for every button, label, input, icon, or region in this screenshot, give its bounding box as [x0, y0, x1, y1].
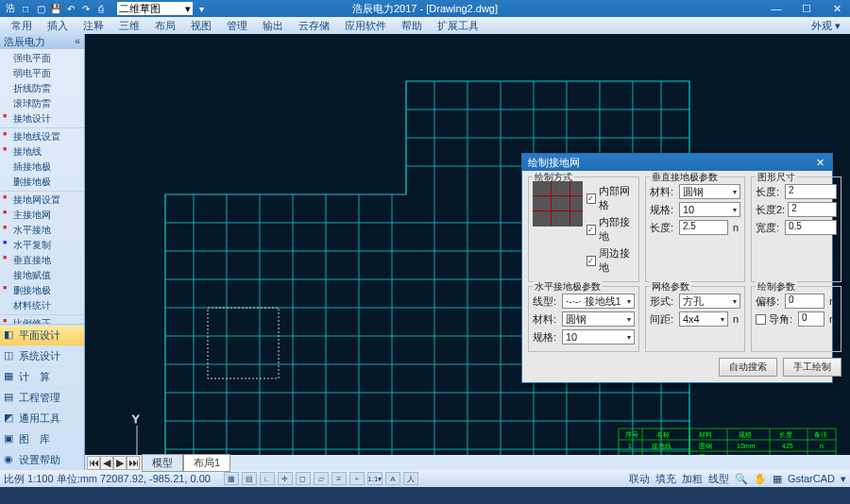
sidebar-item[interactable]: 接地线设置	[0, 129, 84, 144]
more-icon[interactable]: ▾	[195, 2, 208, 15]
chk-perimeter[interactable]: ✓	[586, 256, 596, 266]
tab-first-icon[interactable]: ⏮	[87, 456, 100, 470]
dialog-close-button[interactable]: ✕	[813, 157, 826, 169]
input-v-length[interactable]: 2.5	[679, 220, 728, 235]
otrack-icon[interactable]: ▱	[314, 472, 329, 485]
app-icon[interactable]: 浩	[4, 2, 17, 15]
chk-chamfer[interactable]	[756, 314, 766, 325]
grid-icon[interactable]: ▤	[242, 472, 257, 485]
tab-next-icon[interactable]: ▶	[113, 456, 127, 470]
sidebar-item[interactable]: 主接地网	[0, 208, 84, 223]
sidebar-item[interactable]: 删接地极	[0, 283, 84, 298]
sidebar-item[interactable]: 滚球防雷	[0, 96, 84, 111]
maximize-button[interactable]: ☐	[797, 3, 816, 15]
nav-settings-help[interactable]: ◉设置帮助	[0, 449, 84, 470]
polar-icon[interactable]: ✛	[278, 472, 293, 485]
input-offset[interactable]: 0	[785, 294, 824, 309]
input-size-len2[interactable]: 2	[788, 202, 837, 217]
tab-layout1[interactable]: 布局1	[183, 454, 230, 472]
menu-cloud[interactable]: 云存储	[291, 19, 337, 33]
undo-icon[interactable]: ↶	[64, 2, 77, 15]
chk-inner-ground[interactable]: ✓	[586, 225, 596, 235]
sidebar-collapse-icon[interactable]: «	[75, 35, 80, 48]
sidebar-item[interactable]: 接地赋值	[0, 268, 84, 283]
sidebar-tree[interactable]: 强电平面 弱电平面 折线防雷 滚球防雷 接地设计 接地线设置 接地线 插接地极 …	[0, 49, 84, 324]
save-icon[interactable]: 💾	[49, 2, 62, 15]
open-icon[interactable]: ▢	[34, 2, 47, 15]
grid-preview[interactable]	[533, 181, 583, 227]
lweight-icon[interactable]: ≡	[332, 472, 347, 485]
auto-search-button[interactable]: 自动搜索	[719, 358, 777, 377]
print-icon[interactable]: ⎙	[94, 2, 108, 15]
dyn-icon[interactable]: +	[349, 472, 365, 485]
menu-3d[interactable]: 三维	[111, 19, 147, 33]
pan-icon[interactable]: ✋	[754, 473, 767, 485]
combo-h-spec[interactable]: 10▾	[562, 329, 635, 344]
chk-inner-grid[interactable]: ✓	[586, 193, 596, 204]
sidebar-item[interactable]: 删接地极	[0, 175, 84, 190]
redo-icon[interactable]: ↷	[79, 2, 93, 15]
nav-project[interactable]: ▤工程管理	[0, 387, 84, 408]
expand-icon[interactable]: ▾	[841, 473, 846, 485]
sidebar-item[interactable]: 水平复制	[0, 238, 84, 253]
nav-calculate[interactable]: ▦计 算	[0, 366, 84, 387]
toggle-bold[interactable]: 加粗	[682, 472, 703, 486]
input-size-len[interactable]: 2	[785, 184, 837, 199]
sidebar-item[interactable]: 接地网设置	[0, 193, 84, 208]
toggle-link[interactable]: 联动	[629, 472, 650, 486]
menu-output[interactable]: 输出	[255, 19, 291, 33]
dialog-titlebar[interactable]: 绘制接地网 ✕	[522, 154, 832, 171]
nav-library[interactable]: ▣图 库	[0, 428, 84, 449]
zoom-icon[interactable]: 🔍	[735, 473, 748, 485]
tab-model[interactable]: 模型	[142, 454, 183, 472]
menu-common[interactable]: 常用	[4, 19, 40, 33]
sidebar-item[interactable]: 强电平面	[0, 51, 84, 66]
toggle-fill[interactable]: 填充	[655, 472, 676, 486]
sidebar-item[interactable]: 折线防雷	[0, 81, 84, 96]
appearance-menu[interactable]: 外观 ▾	[806, 19, 846, 33]
osnap-icon[interactable]: ◻	[296, 472, 311, 485]
anno2-icon[interactable]: 人	[403, 472, 418, 485]
layers-icon[interactable]: ▦	[773, 473, 782, 485]
layer-combo[interactable]: 二维草图 ▾	[117, 2, 193, 15]
menu-manage[interactable]: 管理	[219, 19, 255, 33]
close-button[interactable]: ✕	[827, 3, 846, 15]
menu-apps[interactable]: 应用软件	[337, 19, 394, 33]
menu-help[interactable]: 帮助	[394, 19, 430, 33]
combo-grid-form[interactable]: 方孔▾	[679, 294, 740, 309]
title-bar: 浩 □ ▢ 💾 ↶ ↷ ⎙ 二维草图 ▾ ▾ 浩辰电力2017 - [Drawi…	[0, 0, 850, 17]
manual-draw-button[interactable]: 手工绘制	[783, 358, 842, 377]
snap-icon[interactable]: ▦	[224, 472, 239, 485]
menu-extend[interactable]: 扩展工具	[430, 19, 486, 33]
menu-view[interactable]: 视图	[183, 19, 219, 33]
menu-annotate[interactable]: 注释	[76, 19, 111, 33]
sidebar-item[interactable]: 接地设计	[0, 111, 84, 126]
sidebar-item[interactable]: 水平接地	[0, 223, 84, 238]
minimize-button[interactable]: —	[767, 3, 786, 15]
sidebar-item[interactable]: 材料统计	[0, 298, 84, 313]
sidebar-item[interactable]: 比例修正	[0, 316, 84, 324]
sidebar-item[interactable]: 插接地极	[0, 160, 84, 175]
combo-h-material[interactable]: 圆钢▾	[562, 311, 635, 327]
tab-prev-icon[interactable]: ◀	[100, 456, 113, 470]
combo-v-spec[interactable]: 10▾	[679, 202, 740, 217]
sidebar-item[interactable]: 垂直接地	[0, 253, 84, 268]
sidebar-item[interactable]: 弱电平面	[0, 66, 84, 81]
toggle-linetype[interactable]: 线型	[708, 472, 729, 486]
ortho-icon[interactable]: ∟	[260, 472, 275, 485]
nav-system-design[interactable]: ◫系统设计	[0, 345, 84, 366]
menu-insert[interactable]: 插入	[40, 19, 76, 33]
combo-v-material[interactable]: 圆钢▾	[679, 184, 740, 199]
input-chamfer[interactable]: 0	[798, 311, 824, 327]
new-icon[interactable]: □	[19, 2, 32, 15]
sidebar-item[interactable]: 接地线	[0, 144, 84, 160]
combo-grid-spacing[interactable]: 4x4▾	[679, 311, 728, 327]
menu-layout[interactable]: 布局	[147, 19, 183, 33]
scale-icon[interactable]: 1:1▾	[367, 472, 382, 485]
anno-icon[interactable]: A	[385, 472, 400, 485]
combo-h-style[interactable]: ·-·-· 接地线1▾	[562, 294, 635, 309]
nav-plane-design[interactable]: ◧平面设计	[0, 325, 84, 345]
input-size-width[interactable]: 0.5	[785, 220, 837, 235]
nav-tools[interactable]: ◩通用工具	[0, 408, 84, 428]
tab-last-icon[interactable]: ⏭	[127, 456, 140, 470]
